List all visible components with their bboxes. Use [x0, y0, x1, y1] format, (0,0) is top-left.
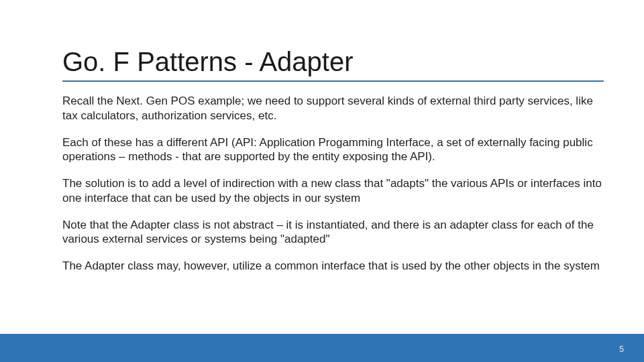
slide: Go. F Patterns - Adapter Recall the Next… [0, 0, 644, 362]
page-number: 5 [619, 345, 624, 354]
paragraph-1: Recall the Next. Gen POS example; we nee… [62, 94, 604, 123]
footer-bar [0, 334, 644, 362]
paragraph-3: The solution is to add a level of indire… [62, 176, 604, 206]
slide-content: Go. F Patterns - Adapter Recall the Next… [62, 47, 604, 286]
paragraph-2: Each of these has a different API (API: … [62, 135, 604, 165]
slide-title: Go. F Patterns - Adapter [62, 47, 604, 76]
paragraph-4: Note that the Adapter class is not abstr… [62, 218, 604, 247]
paragraph-5: The Adapter class may, however, utilize … [62, 259, 604, 274]
title-underline [62, 80, 604, 82]
